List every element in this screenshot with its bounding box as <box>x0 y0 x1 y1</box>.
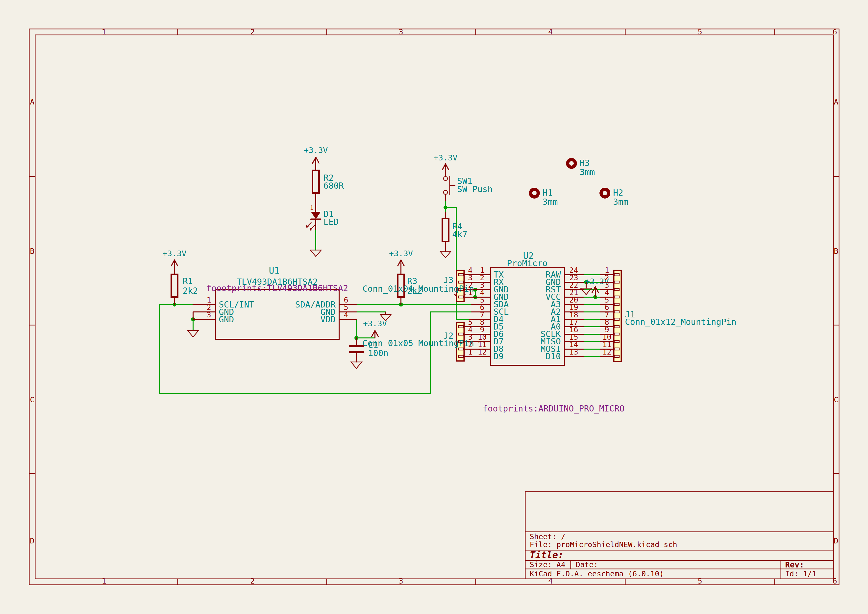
component-value: 3mm <box>542 197 558 207</box>
component-ref: R1 <box>183 276 193 286</box>
pin-number: 1 <box>468 347 473 356</box>
pin-number: 4 <box>344 310 348 319</box>
grid-col-label: 5 <box>698 28 702 36</box>
power-label: +3.3V <box>304 146 328 155</box>
pin-number: 12 <box>603 347 611 356</box>
titleblock-date: Date: <box>576 560 598 569</box>
grid-col-label: 6 <box>832 577 837 585</box>
component-r2[interactable]: R2 680R <box>313 171 344 193</box>
component-value: LED <box>324 217 339 227</box>
grid-col-label: 5 <box>698 577 702 585</box>
schematic-canvas: 1 2 3 4 5 6 1 2 3 4 5 6 A B C D A B C D … <box>0 0 868 614</box>
grid-col-label: 3 <box>399 577 403 585</box>
component-value: 3mm <box>613 197 628 207</box>
component-d1[interactable]: 1 D1 LED <box>307 193 339 230</box>
component-value: Conn_01x12_MountingPin <box>625 317 736 327</box>
component-value: ProMicro <box>507 258 547 268</box>
grid-row-label: B <box>834 247 838 256</box>
power-label: +3.3V <box>363 319 387 328</box>
grid-col-label: 3 <box>399 28 403 36</box>
grid-row-label: C <box>30 395 34 404</box>
component-footprint: foootprints:TLV493DA1B6HTSA2 <box>206 283 348 293</box>
sheet-border: 1 2 3 4 5 6 1 2 3 4 5 6 A B C D A B C D <box>29 28 839 585</box>
titleblock-id: Id: 1/1 <box>785 569 816 578</box>
component-value: 100n <box>368 348 388 358</box>
pin-name: D9 <box>493 351 504 361</box>
component-value: 680R <box>324 181 344 191</box>
component-r4[interactable]: R4 4k7 <box>442 212 467 241</box>
pin-number: 3 <box>207 310 211 319</box>
pin-name: D10 <box>546 351 561 361</box>
grid-row-label: A <box>834 98 838 106</box>
power-label: +3.3V <box>434 153 457 163</box>
titleblock-rev: Rev: <box>785 560 804 569</box>
component-ref: U1 <box>269 265 279 276</box>
pin-name: GND <box>219 315 234 324</box>
component-j1[interactable]: 1 2 3 4 5 6 7 8 9 10 11 12 J1 Conn_01x12… <box>600 266 736 361</box>
title-block: Sheet: / File: proMicroShieldNEW.kicad_s… <box>525 492 833 579</box>
titleblock-size: Size: A4 <box>530 560 566 569</box>
grid-col-label: 1 <box>102 577 106 585</box>
component-ref: H3 <box>580 158 590 168</box>
component-footprint: footprints:ARDUINO_PRO_MICRO <box>483 403 625 414</box>
power-label: +3.3V <box>163 249 186 258</box>
grid-col-label: 2 <box>250 28 255 36</box>
component-h2[interactable]: H2 3mm <box>600 188 628 207</box>
grid-col-label: 6 <box>832 28 837 36</box>
titleblock-sheet: Sheet: / <box>530 532 566 541</box>
titleblock-file: File: proMicroShieldNEW.kicad_sch <box>530 540 677 549</box>
component-value: 3mm <box>580 167 595 177</box>
grid-col-label: 1 <box>102 28 106 36</box>
grid-row-label: D <box>30 536 34 545</box>
titleblock-kicad: KiCad E.D.A. eeschema (6.0.10) <box>530 569 664 578</box>
component-h1[interactable]: H1 3mm <box>529 188 558 207</box>
grid-row-label: C <box>834 395 838 404</box>
component-ref: H2 <box>613 188 623 198</box>
grid-col-label: 2 <box>250 577 255 585</box>
component-u1[interactable]: U1 TLV493DA1B6HTSA2 foootprints:TLV493DA… <box>193 265 356 339</box>
component-value: 4k7 <box>452 229 467 239</box>
component-value: 2k2 <box>183 286 198 296</box>
power-label: +3.3V <box>389 249 413 258</box>
component-ref: J3 <box>443 275 453 285</box>
grid-row-label: D <box>834 536 838 545</box>
component-r1[interactable]: R1 2k2 <box>171 274 198 304</box>
component-sw1[interactable]: SW1 SW_Push <box>443 176 493 200</box>
component-value: Conn_01x04_MountingPin <box>363 284 474 294</box>
component-value: Conn_01x05_MountingPin <box>363 338 474 348</box>
titleblock-title: Title: <box>530 549 564 560</box>
component-h3[interactable]: H3 3mm <box>566 158 595 177</box>
component-ref: H1 <box>542 188 553 198</box>
component-value: SW_Push <box>457 184 493 194</box>
grid-row-label: A <box>30 98 34 106</box>
grid-col-label: 4 <box>548 28 553 36</box>
grid-row-label: B <box>30 247 34 256</box>
pin-number: 1 <box>310 205 313 211</box>
pin-number: 13 <box>569 347 578 356</box>
component-j3[interactable]: 4 3 2 1 J3 Conn_01x04_MountingPin <box>363 266 491 302</box>
pin-name: VDD <box>321 315 336 324</box>
